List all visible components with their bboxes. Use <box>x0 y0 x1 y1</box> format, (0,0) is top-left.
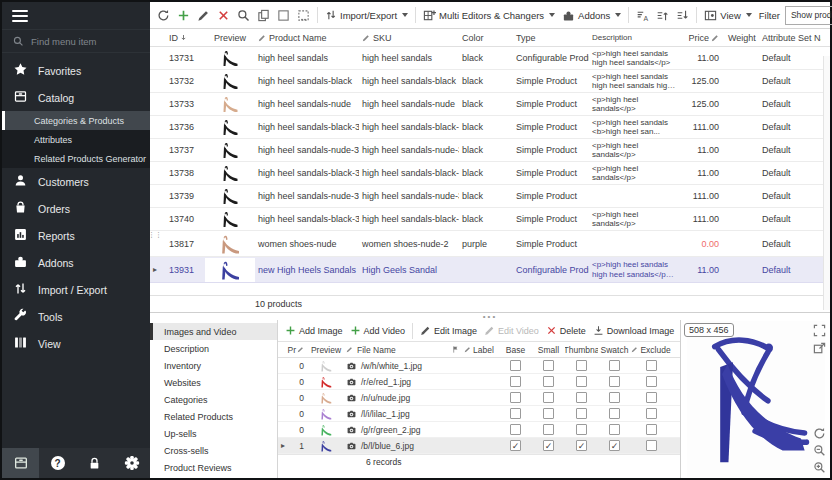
sidebar-item-tools[interactable]: Tools <box>2 303 150 330</box>
zoom-in-icon[interactable] <box>813 461 826 474</box>
base-checkbox[interactable] <box>510 408 521 419</box>
copy-button[interactable] <box>254 7 273 24</box>
sidebar-search-input[interactable]: Find menu item <box>2 29 150 53</box>
tab-description[interactable]: Description <box>150 340 277 357</box>
exclude-checkbox[interactable] <box>646 360 657 371</box>
sidebar-item-favorites[interactable]: Favorites <box>2 57 150 84</box>
table-row[interactable]: 13740 high heel sandals-black-38 high he… <box>150 208 830 231</box>
settings-gear-icon[interactable] <box>113 448 150 478</box>
image-row[interactable]: 0 /w/h/white_1.jpg <box>278 358 680 374</box>
col-thumbnail[interactable]: Thumbna <box>565 345 598 355</box>
download-image-button[interactable]: Download Image <box>590 323 678 338</box>
tab-categories[interactable]: Categories <box>150 391 277 408</box>
exclude-checkbox[interactable] <box>646 424 657 435</box>
base-checkbox[interactable] <box>510 392 521 403</box>
swatch-checkbox[interactable] <box>609 360 620 371</box>
sort-az-button[interactable]: A <box>633 7 652 24</box>
tab-related-products[interactable]: Related Products <box>150 408 277 425</box>
col-price[interactable]: Price <box>679 33 725 43</box>
rotate-icon[interactable] <box>813 427 826 440</box>
delete-image-button[interactable]: Delete <box>543 323 589 338</box>
col-image-preview[interactable]: Preview <box>309 345 343 355</box>
image-row[interactable]: 0 /n/u/nude.jpg <box>278 390 680 406</box>
add-image-button[interactable]: Add Image <box>282 323 346 338</box>
tab-websites[interactable]: Websites <box>150 374 277 391</box>
sidebar-item-view[interactable]: View <box>2 330 150 357</box>
col-weight[interactable]: Weight <box>725 33 759 43</box>
swatch-checkbox[interactable] <box>609 408 620 419</box>
panel-splitter-handle[interactable]: ⋮⋮ <box>148 232 154 254</box>
delete-product-button[interactable] <box>214 7 233 24</box>
table-row[interactable]: 13733 high heel sandals-nude high heel s… <box>150 93 830 116</box>
col-color[interactable]: Color <box>459 33 513 43</box>
move-down-button[interactable] <box>673 7 692 24</box>
move-up-button[interactable] <box>653 7 672 24</box>
search-products-button[interactable] <box>234 7 253 24</box>
col-exclude[interactable]: Exclude <box>631 345 671 355</box>
small-checkbox[interactable] <box>543 440 554 451</box>
table-row[interactable]: 13732 high heel sandals-black high heel … <box>150 70 830 93</box>
base-checkbox[interactable] <box>510 440 521 451</box>
col-description[interactable]: Description <box>589 33 679 43</box>
tab-up-sells[interactable]: Up-sells <box>150 425 277 442</box>
col-id[interactable]: ID <box>163 33 205 43</box>
col-preview[interactable]: Preview <box>205 33 255 43</box>
image-row[interactable]: 0 /g/r/green_2.jpg <box>278 422 680 438</box>
col-sku[interactable]: SKU <box>359 33 459 43</box>
swatch-checkbox[interactable] <box>609 440 620 451</box>
table-row[interactable]: 13737 high heel sandals-nude-36 high hee… <box>150 139 830 162</box>
image-row[interactable]: 0 /l/i/lilac_1.jpg <box>278 406 680 422</box>
import-export-menu[interactable]: Import/Export <box>322 7 411 23</box>
col-file-name[interactable]: File Name <box>343 345 449 355</box>
small-checkbox[interactable] <box>543 392 554 403</box>
tab-cross-sells[interactable]: Cross-sells <box>150 442 277 459</box>
thumbnail-checkbox[interactable] <box>576 408 587 419</box>
thumbnail-checkbox[interactable] <box>576 424 587 435</box>
thumbnail-checkbox[interactable] <box>576 360 587 371</box>
small-checkbox[interactable] <box>543 376 554 387</box>
col-product-name[interactable]: Product Name <box>255 33 359 43</box>
hamburger-menu-icon[interactable] <box>12 7 28 25</box>
small-checkbox[interactable] <box>543 424 554 435</box>
sidebar-item-customers[interactable]: Customers <box>2 168 150 195</box>
col-label[interactable]: Label <box>461 345 499 355</box>
horizontal-splitter-handle[interactable]: ••• <box>150 313 830 320</box>
select-checkbox-icon[interactable] <box>274 7 293 24</box>
col-type[interactable]: Type <box>513 33 589 43</box>
col-swatch[interactable]: Swatch <box>598 345 631 355</box>
swatch-checkbox[interactable] <box>609 392 620 403</box>
sidebar-item-import-export[interactable]: Import / Export <box>2 276 150 303</box>
thumbnail-checkbox[interactable] <box>576 376 587 387</box>
sidebar-item-orders[interactable]: Orders <box>2 195 150 222</box>
col-position[interactable]: Pr <box>287 345 309 355</box>
base-checkbox[interactable] <box>510 360 521 371</box>
sidebar-item-reports[interactable]: Reports <box>2 222 150 249</box>
exclude-checkbox[interactable] <box>646 392 657 403</box>
table-row[interactable]: 13738 high heel sandals-black-37 high he… <box>150 162 830 185</box>
sidebar-subitem-categories-products[interactable]: Categories & Products <box>2 111 150 130</box>
vertical-scrollbar[interactable] <box>823 56 830 310</box>
col-small[interactable]: Small <box>532 345 565 355</box>
exclude-checkbox[interactable] <box>646 376 657 387</box>
sidebar-item-addons[interactable]: Addons <box>2 249 150 276</box>
col-attribute-set[interactable]: Attribute Set Name <box>759 33 821 43</box>
image-row[interactable]: 1 /b/l/blue_6.jpg <box>278 438 680 454</box>
zoom-out-icon[interactable] <box>813 444 826 457</box>
addons-menu[interactable]: Addons <box>559 7 624 24</box>
sidebar-subitem-attributes[interactable]: Attributes <box>2 130 150 149</box>
sidebar-subitem-related-products-generator[interactable]: Related Products Generator <box>2 149 150 168</box>
swatch-checkbox[interactable] <box>609 424 620 435</box>
tab-images-and-video[interactable]: Images and Video <box>150 323 277 340</box>
lock-icon[interactable] <box>76 448 113 478</box>
small-checkbox[interactable] <box>543 360 554 371</box>
add-video-button[interactable]: Add Video <box>347 323 408 338</box>
tab-inventory[interactable]: Inventory <box>150 357 277 374</box>
exclude-checkbox[interactable] <box>646 408 657 419</box>
exclude-checkbox[interactable] <box>646 440 657 451</box>
edit-product-button[interactable] <box>194 7 213 24</box>
sidebar-item-catalog[interactable]: Catalog <box>2 84 150 111</box>
image-row[interactable]: 0 /r/e/red_1.jpg <box>278 374 680 390</box>
edit-video-button[interactable]: Edit Video <box>481 323 542 338</box>
swatch-checkbox[interactable] <box>609 376 620 387</box>
table-row[interactable]: 13931 new High Heels Sandals High Geels … <box>150 257 830 283</box>
